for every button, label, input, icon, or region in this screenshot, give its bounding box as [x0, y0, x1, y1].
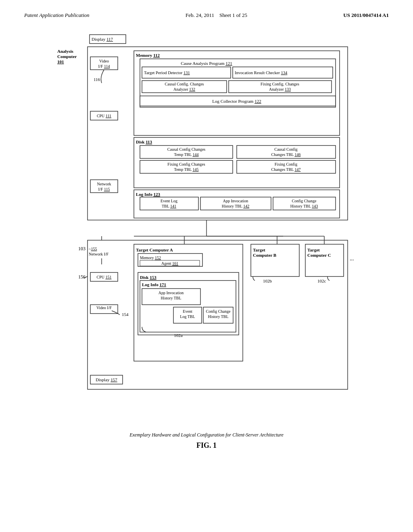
cpu-151-label: CPU 151	[97, 275, 112, 279]
video-if-label2: I/F 114	[98, 64, 110, 69]
causal-config-analyzer: Causal Config. Changes	[165, 82, 204, 86]
event-log-bottom: Event	[183, 309, 192, 314]
section-103-label: 103	[78, 246, 86, 251]
event-log-tbl2: TBL 141	[162, 204, 176, 208]
causal-temp-tbl2: Temp TBL 144	[174, 152, 199, 157]
network-if-label2: I/F 115	[98, 187, 110, 191]
app-invocation-tbl2: History TBL 142	[222, 204, 249, 208]
event-log-tbl: Event Log	[161, 199, 177, 203]
fixing-temp-tbl: Fixing Config Changes	[167, 162, 205, 166]
cpu-111-label: CPU 111	[97, 114, 111, 118]
target-computer-b-label2: Computer B	[253, 253, 277, 258]
memory-152-label: Memory 152	[140, 256, 161, 260]
disk-113-label: Disk 113	[136, 139, 152, 144]
config-history-tbl: Config Change	[292, 199, 317, 203]
display-117-label: Display 117	[92, 37, 113, 42]
display-157-label: Display 157	[96, 377, 117, 382]
connector-116: 116	[94, 77, 100, 82]
target-computer-a-label: Target Computer A	[136, 247, 173, 252]
config-change-bottom: Config Change	[206, 309, 231, 314]
fixing-config-analyzer2: Analyzer 133	[269, 87, 291, 91]
patent-number: US 2011/0047414 A1	[343, 12, 389, 19]
app-invocation-tbl: App Invocation	[223, 199, 248, 203]
causal-tbl: Causal Config	[274, 147, 298, 152]
sheet: Sheet 1 of 25	[219, 12, 247, 18]
network-vf-label: Network I/F	[89, 252, 109, 256]
fixing-tbl: Fixing Config	[275, 162, 297, 166]
fixing-temp-tbl2: Temp TBL 145	[174, 167, 199, 172]
diagram-container: Display 117 Analysis Computer 101 Memory…	[53, 31, 360, 427]
figure-caption: Exemplary Hardware and Logical Configura…	[24, 432, 389, 438]
analysis-computer-num: 101	[57, 59, 64, 64]
fixing-tbl2: Changes TBL 147	[271, 167, 301, 172]
ellipsis-label: ...	[350, 256, 354, 262]
network-if-label: Network	[97, 182, 111, 186]
ref-102a: 102a	[174, 333, 183, 338]
target-computer-c-label2: Computer C	[307, 253, 331, 258]
date: Feb. 24, 2011	[186, 12, 214, 18]
config-change-bottom2: History TBL	[208, 314, 228, 319]
fixing-config-analyzer: Fixing Config. Changes	[261, 82, 299, 86]
page-header: Patent Application Publication Feb. 24, …	[24, 12, 389, 19]
config-history-tbl2: History TBL 143	[290, 204, 318, 208]
app-invocation-bottom2: History TBL	[161, 296, 181, 300]
agent-161-label: Agent 161	[161, 261, 178, 266]
video-if-154: Video I/F	[96, 305, 112, 310]
app-invocation-bottom: App Invocation	[159, 291, 184, 295]
figure-number: FIG. 1	[24, 441, 389, 450]
date-sheet: Feb. 24, 2011 Sheet 1 of 25	[186, 12, 247, 19]
ref-102c: 102c	[317, 278, 326, 283]
ref-154: 154	[122, 312, 129, 317]
disk-153-label: Disk 153	[140, 275, 156, 280]
analysis-computer-label2: Computer	[57, 54, 77, 59]
causal-tbl2: Changes TBL 146	[271, 152, 301, 157]
memory-112-label: Memory 112	[136, 53, 160, 58]
network-vf-155: ~155	[89, 247, 97, 251]
target-computer-c-label: Target	[307, 247, 320, 252]
publication-label: Patent Application Publication	[24, 12, 90, 19]
causal-config-analyzer2: Analyzer 132	[173, 87, 195, 91]
target-period-detector: Target Period Detector 131	[144, 71, 190, 75]
event-log-bottom2: Log TBL	[180, 314, 195, 319]
log-info-label: Log Info 123	[136, 192, 160, 197]
invocation-result-checker: Invocation Result Checker 134	[235, 71, 288, 75]
log-collector-label: Log Collector Program 122	[212, 99, 261, 104]
analysis-computer-label: Analysis	[57, 49, 73, 54]
cause-analysis-label: Cause Analysis Program 121	[181, 61, 232, 66]
ref-102b: 102b	[263, 278, 272, 283]
log-info-171-label: Log Info 171	[142, 282, 166, 287]
video-if-label: Video	[99, 59, 109, 63]
svg-rect-31	[140, 281, 236, 332]
causal-temp-tbl: Causal Config Changes	[167, 147, 206, 152]
target-computer-b-label: Target	[253, 247, 265, 252]
section-156-label: 156	[78, 274, 86, 280]
